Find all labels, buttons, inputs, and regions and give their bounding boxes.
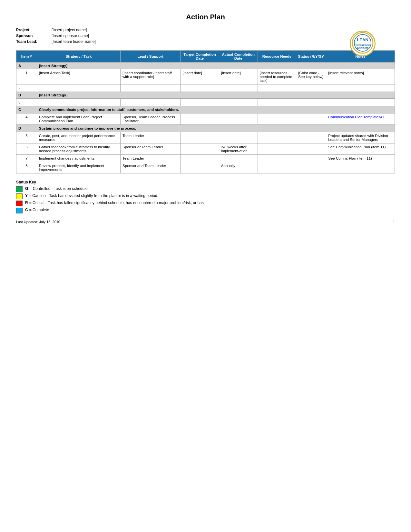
status-key-row-red: R = Critical - Task has fallen significa…: [16, 201, 395, 206]
row6-actual: 2-8 weeks after implement-ation: [219, 143, 258, 155]
page-number: 1: [393, 220, 395, 224]
strategy-c-label: Clearly communicate project information …: [37, 106, 395, 113]
row3-item: 3: [16, 99, 37, 106]
row7-notes: See Comm. Plan (item 11): [326, 155, 395, 162]
row4-actual: [219, 113, 258, 125]
row2-notes: [326, 84, 395, 92]
row8-actual: Annually: [219, 162, 258, 173]
strategy-b-letter: B: [16, 92, 37, 99]
status-green-box: [16, 186, 23, 192]
row3-task: [37, 99, 120, 106]
sponsor-label: Sponsor:: [16, 34, 52, 38]
row1-actual: [Insert date]: [219, 69, 258, 84]
teamlead-value: [Insert team leader name]: [52, 39, 395, 44]
strategy-a-letter: A: [16, 63, 37, 69]
header-strategy-task: Strategy / Task: [37, 51, 120, 63]
logo: LEAN ENTERPRISE INSTITUTE: [350, 31, 376, 56]
table-row: 6 Gather feedback from customers to iden…: [16, 143, 395, 155]
strategy-c-letter: C: [16, 106, 37, 113]
row4-resource: [258, 113, 296, 125]
status-cyan-letter: C: [25, 208, 28, 212]
row7-target: [181, 155, 219, 162]
row1-resource: [Insert resources needed to complete tas…: [258, 69, 296, 84]
row3-resource: [258, 99, 296, 106]
status-key-section: Status Key G = Controlled - Task is on s…: [16, 180, 395, 213]
footer: Last Updated: July 13, 2010 1: [16, 220, 395, 224]
row2-task: [37, 84, 120, 92]
status-red-letter: R: [25, 201, 28, 205]
meta-section: Project: [Insert project name] Sponsor: …: [16, 28, 395, 44]
status-yellow-letter: Y: [25, 193, 28, 198]
svg-text:ENTERPRISE: ENTERPRISE: [356, 44, 370, 46]
last-updated: Last Updated: July 13, 2010: [16, 220, 60, 224]
row4-lead: Sponsor, Team Leader, Process Facilitato…: [121, 113, 181, 125]
row6-target: [181, 143, 219, 155]
row7-lead: Team Leader: [121, 155, 181, 162]
row1-lead: [Insert coordinator /Insert staff with a…: [121, 69, 181, 84]
teamlead-label: Team Lead:: [16, 39, 52, 44]
row5-notes: Project updates shared with Division Lea…: [326, 132, 395, 143]
strategy-row-d: D Sustain progress and continue to impro…: [16, 125, 395, 132]
status-green-letter: G: [25, 186, 28, 191]
header-actual-date: Actual Completion Date: [219, 51, 258, 63]
svg-text:INSTITUTE: INSTITUTE: [357, 47, 368, 49]
table-row: 8 Review process, identify and implement…: [16, 162, 395, 173]
row4-task: Complete and implement Lean Project Comm…: [37, 113, 120, 125]
strategy-b-label: [Insert Strategy]: [37, 92, 395, 99]
header-target-date: Target Completion Date: [181, 51, 219, 63]
row6-lead: Sponsor or Team Leader: [121, 143, 181, 155]
header-item-num: Item #: [16, 51, 37, 63]
row8-target: [181, 162, 219, 173]
row5-status: [296, 132, 326, 143]
sponsor-value: [Insert sponsor name]: [52, 34, 395, 38]
row5-actual: [219, 132, 258, 143]
row3-lead: [121, 99, 181, 106]
row2-status: [296, 84, 326, 92]
row8-status: [296, 162, 326, 173]
row3-status: [296, 99, 326, 106]
table-row: 3: [16, 99, 395, 106]
row7-task: Implement changes / adjustments.: [37, 155, 120, 162]
status-green-description: = Controlled - Task is on schedule.: [29, 186, 89, 191]
row6-resource: [258, 143, 296, 155]
row1-task: [Insert Action/Task]: [37, 69, 120, 84]
row8-lead: Sponsor and Team Leader: [121, 162, 181, 173]
row3-actual: [219, 99, 258, 106]
communication-plan-link[interactable]: Communication Plan Template'!A1: [328, 115, 385, 119]
row2-target: [181, 84, 219, 92]
action-plan-table: Item # Strategy / Task Lead / Support Ta…: [16, 50, 395, 173]
row2-resource: [258, 84, 296, 92]
status-cyan-box: [16, 208, 23, 213]
status-key-row-green: G = Controlled - Task is on schedule.: [16, 186, 395, 192]
row2-lead: [121, 84, 181, 92]
status-cyan-description: = Complete: [29, 208, 49, 212]
strategy-a-label: [Insert Strategy]: [37, 63, 395, 69]
strategy-d-letter: D: [16, 125, 37, 132]
svg-text:LEAN: LEAN: [357, 37, 368, 42]
table-row: 4 Complete and implement Lean Project Co…: [16, 113, 395, 125]
svg-point-0: [352, 33, 373, 53]
row7-actual: [219, 155, 258, 162]
row7-item: 7: [16, 155, 37, 162]
project-value: [Insert project name]: [52, 28, 395, 32]
status-key-row-cyan: C = Complete: [16, 208, 395, 213]
row3-notes: [326, 99, 395, 106]
row8-resource: [258, 162, 296, 173]
strategy-row-a: A [Insert Strategy]: [16, 63, 395, 69]
row1-notes: [Insert relevant notes]: [326, 69, 395, 84]
status-red-description: = Critical - Task has fallen significant…: [29, 201, 204, 205]
row5-target: [181, 132, 219, 143]
row4-notes: Communication Plan Template'!A1: [326, 113, 395, 125]
row8-task: Review process, identify and implement i…: [37, 162, 120, 173]
row2-item: 2: [16, 84, 37, 92]
row5-resource: [258, 132, 296, 143]
strategy-row-c: C Clearly communicate project informatio…: [16, 106, 395, 113]
row5-item: 5: [16, 132, 37, 143]
row1-target: [Insert date]: [181, 69, 219, 84]
row1-status: [Color code - See key below]: [296, 69, 326, 84]
strategy-d-label: Sustain progress and continue to improve…: [37, 125, 395, 132]
logo-text: LEAN ENTERPRISE INSTITUTE: [351, 32, 374, 55]
row4-status: [296, 113, 326, 125]
row7-status: [296, 155, 326, 162]
row6-item: 6: [16, 143, 37, 155]
